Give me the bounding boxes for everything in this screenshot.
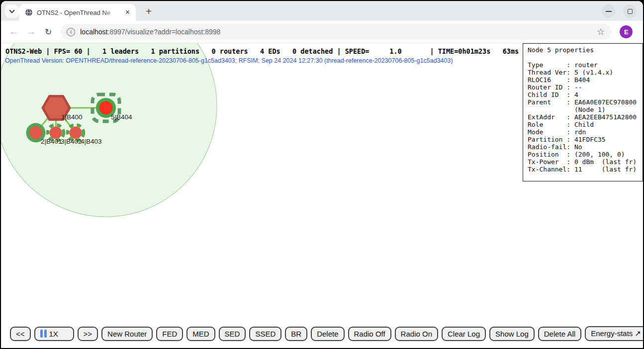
avatar[interactable]: E: [620, 25, 633, 38]
radio-on-button[interactable]: Radio On: [395, 327, 438, 341]
node-properties-panel: Node 5 properties Type : router Thread V…: [523, 43, 643, 181]
bottom-toolbar: << 1X >> New Router FED MED SED SSED BR …: [10, 326, 643, 341]
speed-up-button[interactable]: >>: [78, 327, 98, 341]
node-properties-body: Type : router Thread Ver: 5 (v1.4.x) RLO…: [528, 61, 638, 173]
energy-stats-button[interactable]: Energy-stats ↗: [585, 326, 643, 341]
node-4-label: 4|B403: [81, 138, 102, 145]
tab-otns2[interactable]: OTNS2 - OpenThread Ne ×: [19, 4, 136, 21]
minimize-icon: [606, 11, 612, 12]
reload-icon[interactable]: ↻: [45, 27, 52, 37]
otns-page: 1|B400 5|B404 2|B401 3|B402 4|B403 OTNS2…: [1, 43, 643, 348]
url-path: :8997/visualize?addr=localhost:8998: [108, 28, 221, 36]
url-host: localhost: [80, 28, 107, 36]
tab-title: OTNS2 - OpenThread Ne: [37, 9, 120, 16]
chevron-down-icon: [9, 7, 14, 13]
fed-button[interactable]: FED: [156, 327, 183, 341]
bookmark-star-icon[interactable]: ☆: [597, 26, 605, 37]
tab-search-button[interactable]: [5, 4, 19, 18]
delete-button[interactable]: Delete: [311, 327, 344, 341]
globe-favicon-icon: [25, 8, 33, 16]
radio-off-button[interactable]: Radio Off: [348, 327, 391, 341]
med-button[interactable]: MED: [186, 327, 215, 341]
url-text[interactable]: localhost:8997/visualize?addr=localhost:…: [80, 28, 597, 36]
node-properties-title: Node 5 properties: [528, 46, 638, 54]
node-3-label: 3|B402: [61, 138, 82, 145]
node-1-label: 1|B400: [61, 113, 83, 121]
minimize-button[interactable]: [602, 4, 615, 18]
maximize-button[interactable]: [623, 4, 637, 18]
maximize-icon: [628, 9, 633, 14]
node-5-label: 5|B404: [111, 113, 132, 121]
network-canvas[interactable]: 1|B400 5|B404 2|B401 3|B402 4|B403: [1, 43, 523, 348]
br-button[interactable]: BR: [285, 327, 307, 341]
url-toolbar: ← → ↻ i localhost:8997/visualize?addr=lo…: [1, 21, 643, 43]
forward-icon[interactable]: →: [26, 26, 36, 37]
speed-pause-button[interactable]: 1X: [34, 327, 74, 341]
sed-button[interactable]: SED: [219, 327, 246, 341]
show-log-button[interactable]: Show Log: [489, 327, 535, 341]
pause-icon: [40, 330, 47, 338]
tab-strip: OTNS2 - OpenThread Ne × +: [1, 1, 643, 21]
address-bar[interactable]: i localhost:8997/visualize?addr=localhos…: [61, 24, 612, 40]
info-icon[interactable]: i: [67, 28, 75, 36]
node-2-label: 2|B401: [41, 138, 62, 145]
clear-log-button[interactable]: Clear Log: [442, 327, 486, 341]
browser-window: OTNS2 - OpenThread Ne × + ← → ↻ i localh…: [1, 1, 643, 348]
speed-label: 1X: [49, 330, 58, 338]
tab-close-icon[interactable]: ×: [123, 8, 132, 16]
speed-down-button[interactable]: <<: [10, 327, 31, 341]
back-icon[interactable]: ←: [9, 26, 18, 37]
delete-all-button[interactable]: Delete All: [538, 327, 581, 341]
ssed-button[interactable]: SSED: [249, 327, 281, 341]
new-tab-button[interactable]: +: [142, 5, 155, 18]
new-router-button[interactable]: New Router: [101, 327, 153, 341]
status-bar: OTNS2-Web | FPS= 60 | 1 leaders 1 partit…: [5, 47, 543, 55]
openthread-version-line: OpenThread Version: OPENTHREAD/thread-re…: [5, 57, 453, 64]
